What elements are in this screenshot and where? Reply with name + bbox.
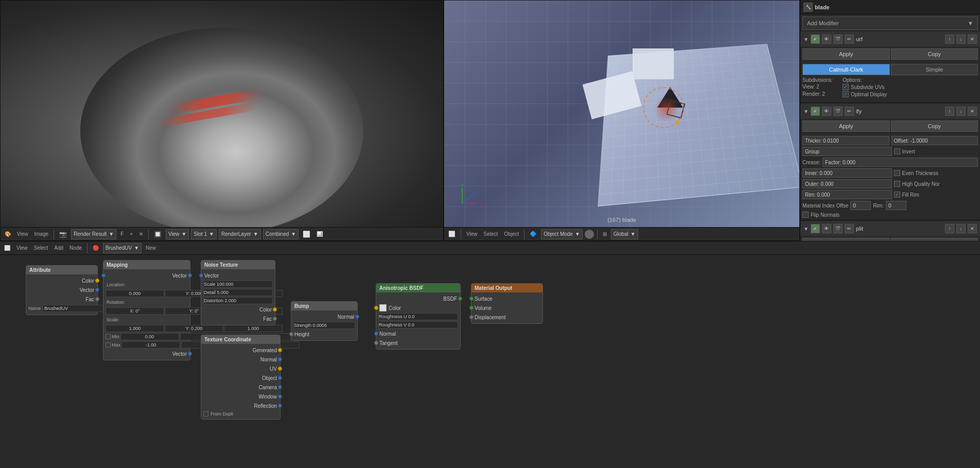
subdiv-edit-icon[interactable]: ✏ xyxy=(845,34,854,44)
mapping-node[interactable]: Mapping Vector Location: xyxy=(103,260,190,360)
rim-index-value[interactable]: 0 xyxy=(886,201,906,210)
material-output-node[interactable]: Material Output Surface Volume xyxy=(471,283,543,324)
renderlayer-dropdown[interactable]: RenderLayer ▼ xyxy=(219,229,261,239)
bump-node[interactable]: Bump Normal xyxy=(291,301,358,341)
mapping-vec-out-row: Vector xyxy=(103,349,190,358)
view-menu-right[interactable]: View xyxy=(464,229,480,239)
offset-field[interactable]: Offset: -1.0000 xyxy=(891,136,978,145)
factor-field[interactable]: Factor: 0.000 xyxy=(822,158,978,167)
edge-split-collapse[interactable]: ▼ xyxy=(803,226,809,232)
anisotropic-bsdf-node[interactable]: Anisotropic BSDF BSDF Color xyxy=(376,283,461,350)
outer-field[interactable]: Outer: 0.000 xyxy=(802,179,892,188)
node-canvas[interactable]: Attribute Color Vector Fac xyxy=(0,255,980,468)
subdiv-apply-button[interactable]: Apply xyxy=(802,48,890,60)
node-view-menu[interactable]: View xyxy=(14,243,30,253)
subdiv-copy-button[interactable]: Copy xyxy=(891,48,978,60)
plus-icon[interactable]: + xyxy=(128,229,135,239)
solidify-collapse[interactable]: ▼ xyxy=(803,109,809,114)
flip-normals-row: Flip Normals xyxy=(802,212,978,218)
scale-y-input[interactable] xyxy=(165,325,223,332)
edge-split-render[interactable]: 🎬 xyxy=(833,224,843,233)
loc-x-input[interactable] xyxy=(106,290,164,297)
thickness-field[interactable]: Thickn: 0.0100 xyxy=(802,136,889,145)
node-editor[interactable]: ⬜ View Select Add Node 🔴 BrushedUV ▼ New xyxy=(0,241,980,468)
edge-split-up[interactable]: ↑ xyxy=(945,224,954,233)
view-dropdown[interactable]: View ▼ xyxy=(166,229,189,239)
solidify-apply-button[interactable]: Apply xyxy=(802,120,890,132)
hq-nor-check[interactable] xyxy=(894,181,900,187)
simple-tab[interactable]: Simple xyxy=(891,64,978,75)
bump-strength-input[interactable] xyxy=(293,322,355,329)
inner-field[interactable]: Inner: 0.000 xyxy=(802,168,892,178)
solidify-render[interactable]: 🎬 xyxy=(833,107,843,116)
optimal-display-check[interactable] xyxy=(843,91,849,97)
solidify-up[interactable]: ↑ xyxy=(945,107,954,116)
object-menu[interactable]: Object xyxy=(502,229,521,239)
select-menu[interactable]: Select xyxy=(482,229,500,239)
shade-solid-icon[interactable] xyxy=(585,230,594,239)
texture-coord-node[interactable]: Texture Coordinate Generated Normal UV xyxy=(201,335,281,420)
slot-dropdown[interactable]: Slot 1 ▼ xyxy=(191,229,216,239)
scale-x-input[interactable] xyxy=(106,325,164,332)
combined-dropdown[interactable]: Combined ▼ xyxy=(263,229,299,239)
even-thickness-check[interactable] xyxy=(894,170,900,176)
scale-z-input[interactable] xyxy=(224,325,283,332)
invert-check[interactable] xyxy=(894,148,900,154)
subdiv-down[interactable]: ↓ xyxy=(956,34,966,44)
solidify-copy-button[interactable]: Copy xyxy=(891,120,978,132)
subdiv-x[interactable]: ✕ xyxy=(968,34,977,44)
group-field[interactable]: Group xyxy=(802,147,892,156)
from-dupli-check[interactable] xyxy=(203,411,208,417)
max-check[interactable] xyxy=(106,342,111,348)
x-icon[interactable]: ✕ xyxy=(137,229,145,239)
solidify-check[interactable]: ✓ xyxy=(811,107,820,116)
noise-distortion-input[interactable] xyxy=(203,297,273,304)
fill-rim-check[interactable] xyxy=(894,192,900,198)
node-add-menu[interactable]: Add xyxy=(52,243,65,253)
subdiv-render-icon[interactable]: 🎬 xyxy=(833,34,843,44)
subdiv-realtime-icon[interactable]: 👁 xyxy=(822,34,831,44)
node-new-btn[interactable]: New xyxy=(144,243,158,253)
rot-x-input[interactable] xyxy=(106,307,164,315)
subdiv-collapse[interactable]: ▼ xyxy=(803,37,809,42)
image-menu[interactable]: Image xyxy=(32,229,51,239)
attr-name-input[interactable] xyxy=(43,305,103,312)
edge-split-x[interactable]: ✕ xyxy=(968,224,977,233)
solidify-eye[interactable]: 👁 xyxy=(822,107,831,116)
viewport-left[interactable]: 🎨 View Image 📷 Render Result ▼ F + ✕ 🔲 V… xyxy=(0,0,444,241)
solidify-x[interactable]: ✕ xyxy=(968,107,977,116)
noise-texture-node[interactable]: Noise Texture Vector xyxy=(201,260,275,325)
viewport-right[interactable]: X Y Z (167) blade ⬜ View Select Object 🔷… xyxy=(444,0,800,241)
solidify-edit[interactable]: ✏ xyxy=(845,107,854,116)
aniso-color-swatch[interactable] xyxy=(379,304,387,311)
edge-split-edit[interactable]: ✏ xyxy=(845,224,854,233)
solidify-down[interactable]: ↓ xyxy=(956,107,966,116)
min-check[interactable] xyxy=(106,334,111,339)
edge-split-down[interactable]: ↓ xyxy=(956,224,966,233)
noise-scale-input[interactable] xyxy=(203,281,273,288)
catmull-clark-tab[interactable]: Catmull-Clark xyxy=(802,64,890,75)
view-menu-left[interactable]: View xyxy=(15,229,30,239)
min-x[interactable] xyxy=(120,333,179,340)
mode-dropdown[interactable]: Object Mode ▼ xyxy=(541,229,583,239)
attribute-node[interactable]: Attribute Color Vector Fac xyxy=(26,265,98,315)
subdivide-uvs-check[interactable] xyxy=(843,84,849,90)
aniso-rough-u-input[interactable] xyxy=(378,313,458,320)
subdiv-up[interactable]: ↑ xyxy=(945,34,954,44)
aniso-rough-v-input[interactable] xyxy=(378,321,458,328)
global-dropdown[interactable]: Global ▼ xyxy=(611,229,638,239)
max-x[interactable] xyxy=(121,341,180,349)
node-mat-dropdown[interactable]: BrushedUV ▼ xyxy=(103,243,142,253)
noise-detail-input[interactable] xyxy=(203,289,273,296)
edge-split-check[interactable]: ✓ xyxy=(811,224,820,233)
node-node-menu[interactable]: Node xyxy=(67,243,84,253)
flip-normals-check[interactable] xyxy=(802,212,809,218)
edge-split-eye[interactable]: 👁 xyxy=(822,224,831,233)
node-select-menu[interactable]: Select xyxy=(32,243,50,253)
mat-index-value[interactable]: 0 xyxy=(850,201,871,210)
subdiv-check[interactable]: ✓ xyxy=(811,34,820,44)
render-result-dropdown[interactable]: Render Result ▼ xyxy=(71,229,116,239)
add-modifier-button[interactable]: Add Modifier ▼ xyxy=(802,16,978,30)
rim-field[interactable]: Rim: 0.000 xyxy=(802,190,892,199)
modifier-wrench-icon[interactable]: 🔧 xyxy=(803,3,813,12)
